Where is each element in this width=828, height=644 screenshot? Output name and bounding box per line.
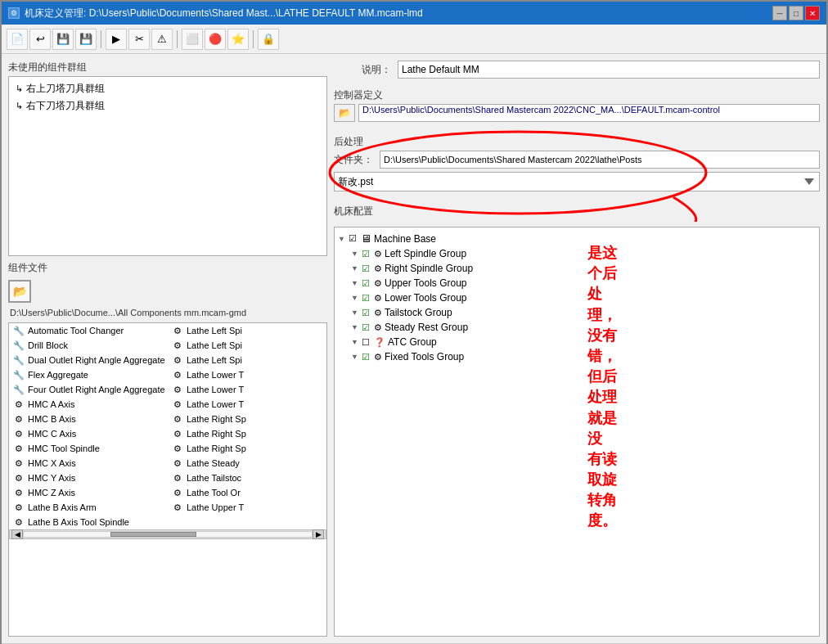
comp-item-17[interactable]: ⚙ Lathe Right Sp	[168, 441, 326, 456]
comp-item-23[interactable]: ⚙ Lathe Tool Or	[168, 485, 326, 500]
comp-item-21[interactable]: ⚙ Lathe Tailstoc	[168, 471, 326, 485]
comp-item-25[interactable]: ⚙ Lathe Upper T	[168, 500, 326, 515]
machine-tree-label-4: Tailstock Group	[385, 307, 452, 318]
root-checkbox-icon: ☑	[349, 233, 357, 244]
machine-config-area: ▼ ☑ 🖥 Machine Base ▼ ☑ ⚙ Left Spindle Gr…	[334, 227, 820, 637]
scroll-thumb[interactable]	[110, 532, 197, 537]
controller-section: 控制器定义 📂 D:\Users\Public\Documents\Shared…	[334, 88, 820, 127]
comp-item-13[interactable]: ⚙ Lathe Right Sp	[168, 412, 326, 426]
comp-item-10[interactable]: ⚙ HMC A Axis	[9, 397, 168, 412]
close-button[interactable]: ✕	[805, 6, 820, 20]
unused-group-item-1[interactable]: ↳ 右上刀塔刀具群组	[12, 80, 323, 97]
machine-tree-item-2[interactable]: ▼ ☑ ⚙ Upper Tools Group	[338, 276, 816, 290]
comp-icon-23: ⚙	[171, 487, 184, 498]
comp-item-9[interactable]: ⚙ Lathe Lower T	[168, 382, 326, 397]
comp-item-8[interactable]: 🔧 Four Outlet Right Angle Aggregate	[9, 382, 168, 397]
machine-tree-item-7[interactable]: ▼ ☑ ⚙ Fixed Tools Group	[338, 349, 816, 364]
comp-item-18[interactable]: ⚙ HMC X Axis	[9, 456, 168, 471]
open-button[interactable]: ↩	[29, 29, 51, 50]
comp-icon-5: ⚙	[171, 354, 184, 366]
comp-item-11[interactable]: ⚙ Lathe Lower T	[168, 397, 326, 412]
item-icon-7: ⚙	[374, 352, 382, 363]
machine-tree-item-3[interactable]: ▼ ☑ ⚙ Lower Tools Group	[338, 290, 816, 305]
comp-item-1[interactable]: ⚙ Lathe Left Spi	[168, 323, 326, 338]
comp-item-26[interactable]: ⚙ Lathe B Axis Tool Spindle	[9, 515, 168, 529]
unused-group-label-1: 右上刀塔刀具群组	[26, 82, 105, 96]
save-button[interactable]: 💾	[52, 29, 74, 50]
machine-tree-root-label: Machine Base	[374, 233, 436, 245]
comp-item-2[interactable]: 🔧 Drill Block	[9, 338, 168, 353]
comp-icon-16: ⚙	[12, 443, 25, 454]
scroll-track[interactable]	[23, 531, 313, 538]
comp-icon-17: ⚙	[171, 443, 184, 454]
comp-name-1: Lathe Left Spi	[187, 326, 242, 336]
window-icon: ⚙	[8, 7, 20, 19]
save-as-button[interactable]: 💾	[75, 29, 97, 50]
cut-button[interactable]: ✂	[128, 29, 150, 50]
unused-group-item-2[interactable]: ↳ 右下刀塔刀具群组	[12, 97, 323, 115]
comp-name-24: Lathe B Axis Arm	[28, 502, 97, 512]
comp-name-6: Flex Aggregate	[28, 370, 88, 380]
browse-file-button[interactable]: 📂	[8, 280, 31, 303]
maximize-button[interactable]: □	[789, 6, 803, 20]
machine-tree-item-1[interactable]: ▼ ☑ ⚙ Right Spindle Group	[338, 261, 816, 276]
component-list[interactable]: 🔧 Automatic Tool Changer ⚙ Lathe Left Sp…	[8, 322, 327, 637]
lock-button[interactable]: 🔒	[258, 29, 279, 50]
run-button[interactable]: ▶	[106, 29, 127, 50]
comp-item-6[interactable]: 🔧 Flex Aggregate	[9, 367, 168, 382]
machine-tree-item-0[interactable]: ▼ ☑ ⚙ Left Spindle Group	[338, 246, 816, 261]
pst-select[interactable]: 新改.pst	[334, 172, 820, 191]
comp-name-12: HMC B Axis	[28, 414, 76, 424]
comp-item-12[interactable]: ⚙ HMC B Axis	[9, 412, 168, 426]
machine-tree[interactable]: ▼ ☑ 🖥 Machine Base ▼ ☑ ⚙ Left Spindle Gr…	[334, 227, 820, 637]
comp-item-24[interactable]: ⚙ Lathe B Axis Arm	[9, 500, 168, 515]
scroll-right-btn[interactable]: ▶	[313, 529, 324, 539]
title-controls: ─ □ ✕	[772, 6, 820, 20]
box-button[interactable]: ⬜	[182, 29, 203, 50]
comp-item-15[interactable]: ⚙ Lathe Right Sp	[168, 426, 326, 441]
comp-item-22[interactable]: ⚙ HMC Z Axis	[9, 485, 168, 500]
item-icon-4: ⚙	[374, 308, 382, 318]
comp-item-4[interactable]: 🔧 Dual Outlet Right Angle Aggregate	[9, 353, 168, 367]
comp-item-5[interactable]: ⚙ Lathe Left Spi	[168, 353, 326, 367]
comp-icon-1: ⚙	[171, 325, 184, 336]
item-expand-0: ▼	[351, 250, 359, 258]
left-panel: 未使用的组件群组 ↳ 右上刀塔刀具群组 ↳ 右下刀塔刀具群组 组件文件 📂	[8, 61, 327, 637]
comp-item-3[interactable]: ⚙ Lathe Left Spi	[168, 338, 326, 353]
comp-item-16[interactable]: ⚙ HMC Tool Spindle	[9, 441, 168, 456]
comp-name-25: Lathe Upper T	[187, 502, 244, 512]
component-files-label: 组件文件	[8, 261, 327, 275]
comp-item-7[interactable]: ⚙ Lathe Lower T	[168, 367, 326, 382]
star-button[interactable]: ⭐	[227, 29, 249, 50]
description-input[interactable]	[398, 61, 820, 79]
description-row: 说明：	[334, 61, 820, 79]
comp-item-0[interactable]: 🔧 Automatic Tool Changer	[9, 323, 168, 338]
circle-button[interactable]: 🔴	[205, 29, 226, 50]
comp-name-2: Drill Block	[28, 340, 68, 350]
scroll-left-btn[interactable]: ◀	[11, 529, 23, 539]
new-button[interactable]: 📄	[7, 29, 28, 50]
minimize-button[interactable]: ─	[772, 6, 787, 20]
comp-item-19[interactable]: ⚙ Lathe Steady	[168, 456, 326, 471]
comp-icon-19: ⚙	[171, 457, 184, 469]
machine-tree-label-0: Left Spindle Group	[385, 248, 466, 259]
content-area: 未使用的组件群组 ↳ 右上刀塔刀具群组 ↳ 右下刀塔刀具群组 组件文件 📂	[2, 54, 826, 643]
machine-tree-label-2: Upper Tools Group	[385, 277, 467, 289]
comp-name-17: Lathe Right Sp	[187, 444, 246, 453]
folder-path-input[interactable]	[380, 151, 820, 169]
comp-icon-11: ⚙	[171, 399, 184, 410]
comp-icon-6: 🔧	[12, 369, 25, 381]
machine-tree-item-4[interactable]: ▼ ☑ ⚙ Tailstock Group	[338, 305, 816, 320]
machine-tree-item-5[interactable]: ▼ ☑ ⚙ Steady Rest Group	[338, 320, 816, 335]
comp-item-20[interactable]: ⚙ HMC Y Axis	[9, 471, 168, 485]
component-list-scrollbar[interactable]: ◀ ▶	[9, 529, 326, 539]
machine-tree-item-6[interactable]: ▼ ☐ ❓ ATC Group	[338, 335, 816, 349]
warning-button[interactable]: ⚠	[151, 29, 173, 50]
comp-icon-8: 🔧	[12, 384, 25, 395]
comp-item-14[interactable]: ⚙ HMC C Axis	[9, 426, 168, 441]
comp-name-15: Lathe Right Sp	[187, 429, 246, 439]
machine-tree-root[interactable]: ▼ ☑ 🖥 Machine Base	[338, 231, 816, 246]
item-icon-6: ❓	[374, 337, 385, 348]
controller-browse-button[interactable]: 📂	[334, 104, 355, 122]
comp-name-10: HMC A Axis	[28, 399, 74, 409]
